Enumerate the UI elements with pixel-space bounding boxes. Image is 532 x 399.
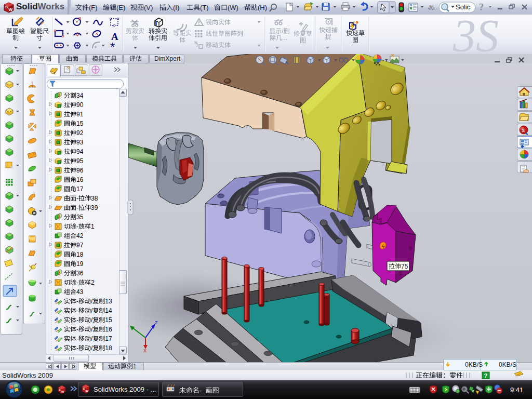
svg-text:Z: Z: [155, 320, 158, 325]
svg-text:X: X: [143, 348, 147, 353]
